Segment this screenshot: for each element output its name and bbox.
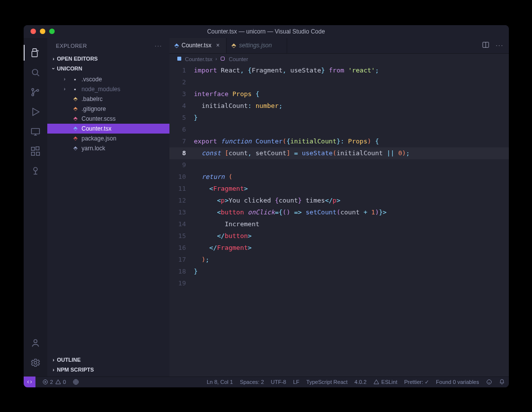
tree-item[interactable]: ›▪.vscode	[47, 74, 169, 84]
tree-item-label: .gitignore	[82, 105, 106, 112]
svg-rect-15	[221, 57, 225, 60]
code-line[interactable]: 16 </Fragment>	[169, 242, 509, 254]
code-content: export function Counter({initialCount}: …	[194, 137, 379, 145]
close-tab-icon[interactable]: ×	[214, 42, 221, 49]
prettier-status[interactable]: Prettier: ✓	[404, 379, 429, 385]
code-content: import React, {Fragment, useState} from …	[194, 67, 379, 74]
line-number: 8	[169, 149, 194, 157]
encoding[interactable]: UTF-8	[271, 379, 286, 385]
line-number: 4	[169, 102, 194, 109]
chevron-right-icon: ›	[50, 357, 57, 363]
file-icon: ⬘	[72, 105, 79, 112]
minimize-window[interactable]	[40, 29, 45, 34]
breadcrumb-item[interactable]: Counter	[229, 56, 248, 62]
svg-rect-6	[31, 147, 34, 150]
split-editor-icon[interactable]	[482, 41, 490, 50]
settings-gear-icon[interactable]	[24, 353, 47, 373]
explorer-icon[interactable]	[24, 43, 47, 63]
code-editor[interactable]: 1import React, {Fragment, useState} from…	[169, 65, 509, 377]
vscode-window: Counter.tsx — unicorn — Visual Studio Co…	[24, 25, 509, 387]
zoom-window[interactable]	[49, 29, 55, 34]
indentation[interactable]: Spaces: 2	[240, 379, 264, 385]
run-debug-icon[interactable]	[24, 102, 47, 122]
remote-indicator[interactable]	[24, 377, 35, 387]
ports-indicator[interactable]	[73, 379, 79, 385]
svg-point-4	[36, 89, 38, 91]
code-line[interactable]: 14 Increment	[169, 218, 509, 230]
tree-item[interactable]: ⬘Counter.scss	[47, 114, 169, 124]
code-line[interactable]: 15 </button>	[169, 230, 509, 242]
section-workspace[interactable]: › UNICORN	[47, 64, 169, 73]
breadcrumb-item[interactable]: Counter.tsx	[185, 56, 213, 62]
sidebar-more-icon[interactable]: ···	[155, 43, 162, 49]
tree-item[interactable]: ⬘yarn.lock	[47, 143, 169, 153]
language-mode[interactable]: TypeScript React	[306, 379, 348, 385]
svg-point-2	[32, 88, 33, 90]
code-line[interactable]: 8 const [count, setCount] = useState(ini…	[169, 147, 509, 159]
tree-item[interactable]: ›▪node_modules	[47, 84, 169, 94]
code-line[interactable]: 7export function Counter({initialCount}:…	[169, 136, 509, 147]
code-line[interactable]: 11 <Fragment>	[169, 183, 509, 195]
test-icon[interactable]	[24, 161, 47, 181]
code-line[interactable]: 12 <p>You clicked {count} times</p>	[169, 195, 509, 206]
close-window[interactable]	[31, 29, 36, 34]
tree-item-label: yarn.lock	[82, 145, 105, 152]
code-line[interactable]: 5}	[169, 112, 509, 124]
code-line[interactable]: 9	[169, 159, 509, 171]
tree-item[interactable]: ⬘package.json	[47, 134, 169, 143]
remote-explorer-icon[interactable]	[24, 122, 47, 141]
notifications-icon[interactable]	[499, 379, 505, 385]
cursor-position[interactable]: Ln 8, Col 1	[207, 379, 233, 385]
window-title: Counter.tsx — unicorn — Visual Studio Co…	[207, 28, 325, 35]
file-icon: ⬘	[72, 96, 79, 103]
svg-point-20	[487, 380, 491, 384]
line-number: 5	[169, 114, 194, 121]
section-npm-scripts[interactable]: › NPM SCRIPTS	[47, 365, 169, 375]
code-content: <button onClick={() => setCount(count + …	[194, 208, 387, 216]
code-line[interactable]: 1import React, {Fragment, useState} from…	[169, 65, 509, 76]
tree-item[interactable]: ⬘.babelrc	[47, 94, 169, 104]
code-line[interactable]: 17 );	[169, 254, 509, 266]
editor-more-icon[interactable]: ···	[496, 42, 503, 49]
code-line[interactable]: 18}	[169, 266, 509, 277]
window-controls	[31, 29, 55, 34]
code-line[interactable]: 10 return (	[169, 171, 509, 183]
editor-tab[interactable]: ⬘settings.json×	[227, 38, 287, 53]
eslint-status[interactable]: ESLint	[373, 379, 397, 385]
tree-item-label: package.json	[82, 135, 117, 142]
accounts-icon[interactable]	[24, 333, 47, 353]
feedback-icon[interactable]	[486, 379, 492, 385]
breadcrumbs[interactable]: Counter.tsx › Counter	[169, 54, 509, 65]
line-number: 17	[169, 256, 194, 263]
source-control-icon[interactable]	[24, 82, 47, 102]
chevron-right-icon: ›	[64, 86, 69, 92]
svg-point-18	[74, 380, 77, 383]
code-line[interactable]: 2	[169, 76, 509, 88]
found-variables[interactable]: Found 0 variables	[436, 379, 479, 385]
file-icon: ⬘	[72, 125, 79, 132]
typescript-version[interactable]: 4.0.2	[355, 379, 366, 385]
code-line[interactable]: 19	[169, 277, 509, 289]
svg-point-17	[75, 381, 76, 382]
extensions-icon[interactable]	[24, 141, 47, 161]
editor-tab[interactable]: ⬘Counter.tsx×	[169, 38, 227, 53]
code-line[interactable]: 3interface Props {	[169, 88, 509, 100]
code-content: );	[194, 256, 209, 263]
line-number: 6	[169, 126, 194, 133]
code-content: <p>You clicked {count} times</p>	[194, 197, 340, 204]
tree-item[interactable]: ⬘.gitignore	[47, 104, 169, 114]
problems-indicator[interactable]: 2 0	[42, 379, 66, 385]
tabs-row: ⬘Counter.tsx×⬘settings.json× ···	[169, 38, 509, 54]
code-line[interactable]: 13 <button onClick={() => setCount(count…	[169, 206, 509, 218]
tree-item[interactable]: ⬘Counter.tsx	[47, 124, 169, 134]
search-icon[interactable]	[24, 63, 47, 82]
section-open-editors[interactable]: › OPEN EDITORS	[47, 54, 169, 64]
code-line[interactable]: 6	[169, 124, 509, 136]
code-content: }	[194, 114, 198, 121]
file-react-icon	[176, 56, 182, 63]
tree-item-label: node_modules	[82, 86, 121, 93]
eol[interactable]: LF	[293, 379, 299, 385]
code-line[interactable]: 4 initialCount: number;	[169, 100, 509, 112]
section-outline[interactable]: › OUTLINE	[47, 355, 169, 365]
code-content: return (	[194, 173, 233, 180]
